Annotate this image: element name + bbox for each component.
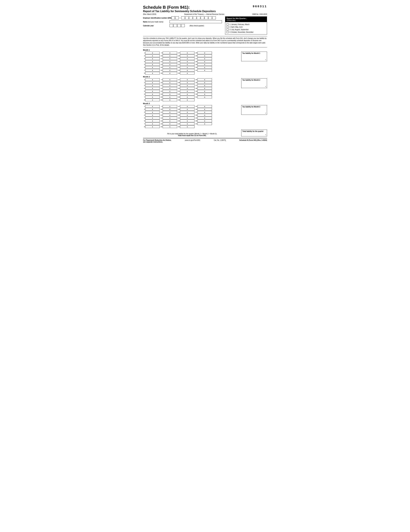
m3-day-1[interactable]: ▪ — [145, 105, 160, 108]
quarter-checkbox-3[interactable] — [227, 28, 228, 30]
tax-liability-month-3-value[interactable]: ▪ — [242, 111, 266, 114]
ein-box-10[interactable] — [208, 17, 212, 19]
m2-day-23[interactable]: ▪ — [180, 96, 194, 98]
m1-day-7[interactable]: ▪ — [145, 69, 160, 72]
m1-day-18[interactable]: ▪ — [180, 55, 194, 57]
tax-liability-month-1-value[interactable]: ▪ — [242, 57, 266, 60]
m1-day-27[interactable]: ▪ — [197, 57, 212, 60]
ein-box-3[interactable] — [181, 17, 185, 19]
m3-day-17[interactable]: ▪ — [180, 105, 194, 108]
m1-day-26[interactable]: ▪ — [197, 55, 212, 57]
m2-day-24[interactable]: ▪ — [180, 99, 194, 101]
quarter-option-1[interactable]: 1: January, February, March — [227, 23, 265, 25]
m3-day-29[interactable]: ▪ — [197, 117, 212, 119]
m3-day-15[interactable]: ▪ — [163, 123, 177, 125]
m1-day-21[interactable]: ▪ — [180, 63, 194, 66]
quarter-checkbox-2[interactable] — [227, 26, 228, 28]
tax-liability-month-2-value[interactable]: ▪ — [242, 84, 266, 87]
m1-day-24[interactable]: ▪ — [180, 72, 194, 75]
m2-day-15[interactable]: ▪ — [163, 96, 177, 98]
m1-day-13[interactable]: ▪ — [163, 63, 177, 66]
m1-day-23[interactable]: ▪ — [180, 69, 194, 72]
m2-day-29[interactable]: ▪ — [197, 90, 212, 93]
m1-day-28[interactable]: ▪ — [197, 60, 212, 63]
m1-day-19[interactable]: ▪ — [180, 57, 194, 60]
m2-day-20[interactable]: ▪ — [180, 87, 194, 90]
total-quarter-value[interactable]: ▪ — [242, 132, 266, 136]
m3-day-12[interactable]: ▪ — [163, 114, 177, 116]
m1-day-2[interactable]: ▪ — [145, 55, 160, 57]
m3-day-31[interactable]: ▪ — [197, 123, 212, 125]
m1-day-5[interactable]: ▪ — [145, 63, 160, 66]
m2-day-9[interactable]: ▪ — [163, 78, 177, 81]
m1-day-1[interactable]: ▪ — [145, 52, 160, 54]
m2-day-7[interactable]: ▪ — [145, 96, 160, 98]
m2-day-4[interactable]: ▪ — [145, 87, 160, 90]
quarter-option-4[interactable]: 4: October, November, December — [227, 31, 265, 33]
m3-day-27[interactable]: ▪ — [197, 111, 212, 114]
m3-day-13[interactable]: ▪ — [163, 117, 177, 119]
m3-day-22[interactable]: ▪ — [180, 120, 194, 122]
m2-day-14[interactable]: ▪ — [163, 93, 177, 95]
m1-day-22[interactable]: ▪ — [180, 66, 194, 69]
m1-day-16[interactable]: ▪ — [163, 72, 177, 75]
m3-day-30[interactable]: ▪ — [197, 120, 212, 122]
m1-day-10[interactable]: ▪ — [163, 55, 177, 57]
m3-day-3[interactable]: ▪ — [145, 111, 160, 114]
ein-box-2[interactable] — [175, 17, 179, 19]
ein-box-4[interactable] — [185, 17, 189, 19]
m2-day-30[interactable]: ▪ — [197, 93, 212, 95]
m1-day-14[interactable]: ▪ — [163, 66, 177, 69]
ein-box-11[interactable] — [212, 17, 216, 19]
m1-day-30[interactable]: ▪ — [197, 66, 212, 69]
m2-day-31[interactable]: ▪ — [197, 96, 212, 98]
m1-day-20[interactable]: ▪ — [180, 60, 194, 63]
m3-day-5[interactable]: ▪ — [145, 117, 160, 119]
m1-day-4[interactable]: ▪ — [145, 60, 160, 63]
m1-day-9[interactable]: ▪ — [163, 52, 177, 54]
cal-box-3[interactable] — [177, 24, 181, 27]
m3-day-2[interactable]: ▪ — [145, 108, 160, 111]
ein-box-5[interactable] — [189, 17, 193, 19]
m2-day-5[interactable]: ▪ — [145, 90, 160, 93]
m3-day-26[interactable]: ▪ — [197, 108, 212, 111]
m3-day-11[interactable]: ▪ — [163, 111, 177, 114]
m2-day-27[interactable]: ▪ — [197, 84, 212, 87]
quarter-checkbox-1[interactable] — [227, 23, 228, 25]
m3-day-14[interactable]: ▪ — [163, 120, 177, 122]
quarter-checkbox-4[interactable] — [227, 31, 228, 33]
m1-day-11[interactable]: ▪ — [163, 57, 177, 60]
m2-day-26[interactable]: ▪ — [197, 81, 212, 84]
m2-day-25[interactable]: ▪ — [197, 78, 212, 81]
m3-day-8[interactable]: ▪ — [145, 125, 160, 128]
m2-day-13[interactable]: ▪ — [163, 90, 177, 93]
m3-day-20[interactable]: ▪ — [180, 114, 194, 116]
m1-day-25[interactable]: ▪ — [197, 52, 212, 54]
m2-day-18[interactable]: ▪ — [180, 81, 194, 84]
m3-day-24[interactable]: ▪ — [180, 125, 194, 128]
m2-day-12[interactable]: ▪ — [163, 87, 177, 90]
m2-day-16[interactable]: ▪ — [163, 99, 177, 101]
m1-day-17[interactable]: ▪ — [180, 52, 194, 54]
m3-day-4[interactable]: ▪ — [145, 114, 160, 116]
m1-day-29[interactable]: ▪ — [197, 63, 212, 66]
m1-day-12[interactable]: ▪ — [163, 60, 177, 63]
m2-day-11[interactable]: ▪ — [163, 84, 177, 87]
m3-day-6[interactable]: ▪ — [145, 120, 160, 122]
m3-day-9[interactable]: ▪ — [163, 105, 177, 108]
m1-day-6[interactable]: ▪ — [145, 66, 160, 69]
m2-day-22[interactable]: ▪ — [180, 93, 194, 95]
m2-day-10[interactable]: ▪ — [163, 81, 177, 84]
m3-day-7[interactable]: ▪ — [145, 123, 160, 125]
cal-box-1[interactable] — [170, 24, 173, 27]
m3-day-23[interactable]: ▪ — [180, 123, 194, 125]
ein-box-1[interactable] — [171, 17, 175, 19]
m3-day-19[interactable]: ▪ — [180, 111, 194, 114]
m1-day-3[interactable]: ▪ — [145, 57, 160, 60]
ein-box-7[interactable] — [197, 17, 200, 19]
quarter-option-3[interactable]: 3: July, August, September — [227, 28, 265, 30]
m2-day-3[interactable]: ▪ — [145, 84, 160, 87]
cal-box-2[interactable] — [173, 24, 177, 27]
name-input[interactable] — [170, 20, 222, 23]
m2-day-17[interactable]: ▪ — [180, 78, 194, 81]
